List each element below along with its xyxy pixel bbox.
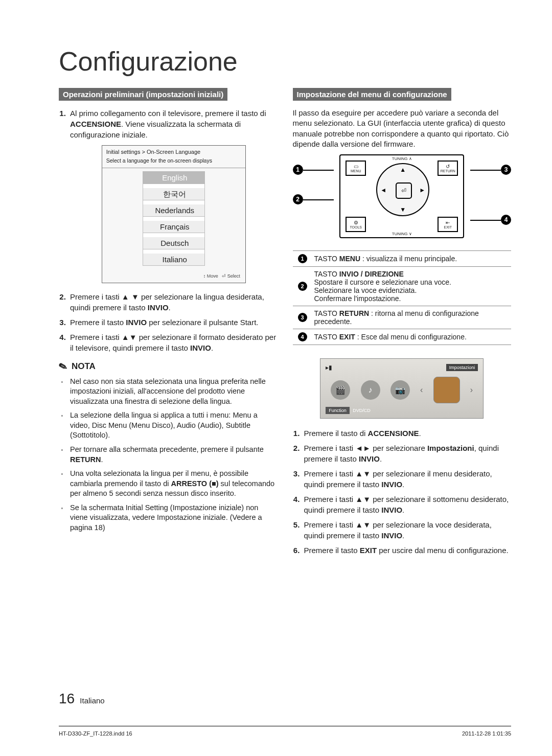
indd-file: HT-D330-ZF_IT-1228.indd 16: [59, 730, 132, 737]
text: Premere i tasti ▲▼ per selezionare il fo…: [70, 333, 276, 352]
text: Selezionare la voce evidenziata.: [314, 286, 510, 294]
text: TASTO: [314, 270, 339, 278]
left-step-4: Premere i tasti ▲▼ per selezionare il fo…: [68, 332, 278, 353]
button-description-table: 1 TASTO MENU : visualizza il menu princi…: [293, 250, 512, 345]
menu-button-icon: ▭ MENU: [346, 161, 366, 176]
right-intro: Il passo da eseguire per accedere può va…: [293, 108, 512, 149]
nota-item: Una volta selezionata la lingua per il m…: [70, 469, 278, 499]
right-step-3: Premere i tasti ▲▼ per selezionare il me…: [302, 468, 512, 490]
text-bold: INVIO: [381, 506, 402, 514]
row-num-icon: 2: [298, 282, 307, 291]
text-bold: ACCENSIONE: [70, 120, 121, 128]
text-bold: INVIO: [359, 454, 380, 463]
text: Spostare il cursore e selezionare una vo…: [314, 278, 510, 286]
mode-label: DVD/CD: [353, 408, 371, 413]
left-step-2: Premere i tasti ▲ ▼ per selezionare la l…: [68, 291, 278, 313]
nota-heading: ✎ NOTA: [59, 360, 278, 373]
label: RETURN: [441, 169, 455, 173]
nota-item: Se la schermata Initial Setting (Imposta…: [70, 503, 278, 533]
text: TASTO: [314, 333, 339, 341]
text-bold: MENU: [339, 255, 360, 263]
table-row: TASTO RETURN : ritorna al menu di config…: [312, 306, 512, 329]
label: MENU: [351, 169, 361, 173]
nota-item: La selezione della lingua si applica a t…: [70, 410, 278, 441]
direction-ring: ▲ ▼ ◄ ► ⏎: [376, 163, 429, 216]
text: .: [419, 429, 421, 438]
text-bold: RETURN: [70, 455, 101, 464]
osd-move-hint: ↕ Move: [203, 273, 218, 279]
section-header-right: Impostazione del menu di configurazione: [293, 88, 451, 101]
print-timestamp: 2011-12-28 1:01:35: [462, 730, 511, 737]
callout-1: 1: [293, 165, 303, 175]
text: Premere il tasto: [70, 318, 126, 327]
osd-item: English: [143, 172, 204, 184]
menu-preview-footer: Function DVD/CD: [326, 408, 478, 413]
osd-footer: ↕ Move ⏎ Select: [102, 270, 245, 281]
osd-title: Initial settings > On-Screen Language: [102, 146, 245, 157]
text-bold: INVIO: [190, 343, 211, 352]
text-bold: EXIT: [360, 546, 377, 555]
text: per selezionare il pulsante Start.: [147, 318, 258, 327]
osd-select-hint: ⏎ Select: [222, 273, 240, 279]
settings-tile-icon: [433, 377, 460, 403]
down-arrow-icon: ▼: [400, 206, 406, 213]
callout-2: 2: [293, 194, 303, 204]
left-step-1: Al primo collegamento con il televisore,…: [68, 108, 278, 283]
osd-item: Nederlands: [143, 204, 204, 217]
osd-item: 한국어: [143, 188, 204, 200]
nota-item: Nel caso non sia stata selezionata una l…: [70, 377, 278, 407]
text: TASTO: [314, 309, 339, 317]
callout-3: 3: [501, 165, 511, 175]
text: per uscire dal menu di configurazione.: [377, 546, 509, 555]
right-step-6: Premere il tasto EXIT per uscire dal men…: [302, 545, 512, 556]
exit-button-icon: ⇤ EXIT: [438, 217, 458, 232]
tuning-up-label: TUNING ∧: [340, 156, 463, 161]
nota-list: Nel caso non sia stata selezionata una l…: [59, 377, 278, 533]
text-bold: INVIO: [126, 318, 147, 327]
right-arrow-icon: ►: [419, 187, 425, 194]
text: Per tornare alla schermata precedente, p…: [70, 445, 264, 453]
text-bold: INVIO: [381, 531, 402, 540]
photo-icon: 📷: [390, 380, 410, 400]
row-num-icon: 4: [298, 332, 307, 341]
text: Premere il tasto di: [304, 429, 368, 438]
text-bold: INVIO: [148, 303, 169, 312]
table-row: TASTO INVIO / DIREZIONE Spostare il curs…: [312, 267, 512, 306]
osd-language-list: English 한국어 Nederlands Français Deutsch …: [143, 171, 205, 266]
return-button-icon: ↺ RETURN: [438, 161, 458, 176]
music-icon: ♪: [361, 380, 380, 400]
print-metadata: HT-D330-ZF_IT-1228.indd 16 2011-12-28 1:…: [59, 726, 511, 737]
label: EXIT: [444, 225, 452, 229]
text: : Esce dal menu di configurazione.: [355, 333, 467, 341]
page-lang: Italiano: [80, 696, 104, 705]
text: .: [169, 303, 171, 312]
text: .: [402, 480, 404, 489]
osd-item: Deutsch: [143, 237, 204, 249]
function-label: Function: [326, 407, 350, 414]
tools-button-icon: ⚙ TOOLS: [346, 217, 366, 232]
tuning-down-label: TUNING ∨: [340, 232, 463, 236]
video-icon: 🎬: [331, 380, 350, 400]
play-pause-icon: ▸▮: [326, 364, 332, 371]
text-bold: EXIT: [339, 333, 355, 341]
right-step-5: Premere i tasti ▲▼ per selezionare la vo…: [302, 519, 512, 541]
text-bold: ACCENSIONE: [368, 429, 419, 438]
label: TOOLS: [350, 225, 362, 229]
text-bold: INVIO / DIREZIONE: [339, 270, 404, 278]
text: .: [402, 506, 404, 514]
text: .: [101, 455, 103, 464]
text: .: [402, 531, 404, 540]
table-row: TASTO EXIT : Esce dal menu di configuraz…: [312, 329, 512, 345]
table-row: TASTO MENU : visualizza il menu principa…: [312, 251, 512, 267]
chevron-right-icon: ›: [470, 385, 473, 395]
section-header-left: Operazioni preliminari (impostazioni ini…: [59, 88, 227, 101]
remote-pad: ▭ MENU ↺ RETURN ⚙ TOOLS ⇤ EXIT: [339, 154, 464, 238]
callout-line: [470, 170, 501, 171]
text: Al primo collegamento con il televisore,…: [70, 109, 266, 118]
nota-label: NOTA: [72, 361, 96, 372]
text: Confermare l'impostazione.: [314, 294, 510, 303]
left-arrow-icon: ◄: [380, 187, 386, 194]
row-num-icon: 1: [298, 254, 307, 263]
right-steps: Premere il tasto di ACCENSIONE. Premere …: [293, 428, 512, 556]
up-arrow-icon: ▲: [400, 166, 406, 173]
